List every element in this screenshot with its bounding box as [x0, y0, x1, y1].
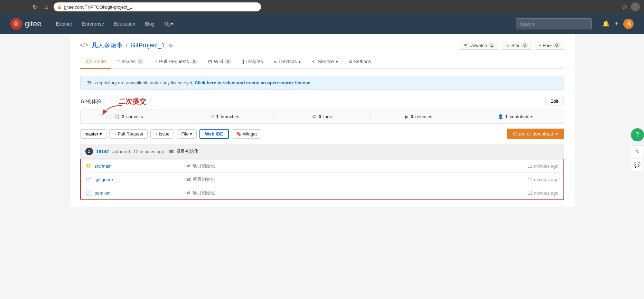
tags-stat[interactable]: 🏷 0 tags	[274, 113, 371, 120]
file-row: 📁 src/main init: 项目初始化 12 minutes ago	[81, 159, 563, 173]
branches-icon: ⑂	[211, 114, 214, 119]
commit-avatar: 1	[85, 148, 93, 155]
file-row: 📄 pom.xml init: 项目初始化 12 minutes ago	[81, 186, 563, 199]
code-tab-icon: </>	[86, 59, 93, 64]
tab-settings[interactable]: ≡ Settings	[344, 55, 377, 69]
file-name-2[interactable]: pom.xml	[95, 190, 185, 196]
nav-enterprise[interactable]: Enterprise	[78, 19, 108, 29]
issue-button[interactable]: + Issue	[150, 129, 174, 139]
pull-request-button[interactable]: + Pull Request	[109, 129, 148, 139]
file-name-1[interactable]: .gitignore	[95, 177, 185, 182]
tab-code[interactable]: </> Code	[80, 55, 112, 69]
browser-star-icon[interactable]: ☆	[622, 3, 627, 11]
float-edit-button[interactable]: ✎	[631, 146, 643, 158]
repo-settings-icon[interactable]: ⚙	[168, 42, 173, 49]
tab-insights[interactable]: ∥ Insights	[236, 55, 268, 69]
license-link[interactable]: Click here to select and create an open …	[195, 80, 310, 85]
repo-title: </> 凡人多烦事 / GitProject_1 ⚙	[80, 41, 173, 49]
search-input[interactable]	[516, 18, 592, 29]
nav-explore[interactable]: Explore	[52, 19, 76, 29]
repo-code-icon: </>	[80, 42, 88, 48]
star-label: Star	[511, 43, 520, 48]
header-nav: Explore Enterprise Education Blog My▾	[52, 19, 177, 29]
gitee-logo-text: gitee	[25, 19, 41, 28]
license-notice: This repository are unavailable under an…	[80, 76, 564, 90]
pr-badge: 0	[191, 59, 197, 64]
browser-bar: ← → ↻ ⌂ 🔒 gitee.com/TYPFOON/git-project_…	[0, 0, 644, 14]
help-button[interactable]: ?	[631, 128, 644, 141]
branch-dropdown-icon: ▾	[100, 131, 102, 137]
widget-label: Widget	[243, 131, 257, 137]
web-ide-button[interactable]: Web IDE	[199, 129, 229, 139]
tab-wiki[interactable]: ⊟ Wiki 0	[203, 55, 237, 69]
nav-education[interactable]: Education	[110, 19, 139, 29]
commit-annotation: 二次提交	[108, 97, 146, 106]
fork-button[interactable]: ⑂ Fork 0	[535, 41, 564, 50]
address-bar[interactable]: 🔒 gitee.com/TYPFOON/git-project_1	[54, 2, 261, 11]
file-commit-msg-2: init: 项目初始化	[185, 190, 528, 196]
clone-button[interactable]: Clone or download ▾	[507, 129, 564, 139]
header-icons: 🔔 + 凡	[602, 19, 634, 29]
commits-label: commits	[126, 114, 143, 119]
tab-devops[interactable]: ∞ DevOps ▾	[269, 55, 307, 69]
edit-button[interactable]: Edit	[545, 97, 563, 105]
gitee-logo[interactable]: G gitee	[10, 18, 41, 30]
refresh-button[interactable]: ↻	[30, 2, 39, 12]
license-text: This repository are unavailable under an…	[87, 80, 194, 85]
unwatch-count: 1	[488, 43, 496, 48]
star-button[interactable]: ☆ Star 0	[502, 41, 532, 50]
repo-name[interactable]: GitProject_1	[131, 42, 165, 49]
star-count: 0	[521, 43, 528, 48]
forward-button[interactable]: →	[17, 2, 27, 11]
file-icon-1: 📄	[86, 177, 92, 182]
eye-icon: 👁	[464, 43, 468, 48]
browser-user-avatar	[631, 2, 640, 11]
fork-count: 0	[553, 43, 560, 48]
unwatch-label: Unwatch	[469, 43, 487, 48]
nav-my[interactable]: My▾	[160, 19, 177, 29]
branches-stat[interactable]: ⑂ 1 branches	[177, 113, 274, 120]
contributors-stat[interactable]: 👤 1 contributors	[467, 113, 564, 120]
settings-tab-icon: ≡	[349, 59, 352, 64]
commit-author: authored	[112, 149, 130, 154]
bookmark-icon: 🔖	[236, 131, 242, 137]
file-name-0[interactable]: src/main	[95, 163, 185, 169]
gitee-logo-circle: G	[10, 18, 22, 30]
wiki-badge: 0	[225, 59, 231, 64]
tab-pull-requests[interactable]: ⑂ Pull Requests 0	[149, 55, 203, 69]
unwatch-button[interactable]: 👁 Unwatch 1	[460, 41, 499, 50]
url-text: gitee.com/TYPFOON/git-project_1	[64, 4, 132, 10]
file-dropdown-icon: ▾	[190, 131, 192, 137]
file-row: 📄 .gitignore init: 项目初始化 12 minutes ago	[81, 173, 563, 186]
file-label: File	[181, 131, 188, 137]
user-avatar[interactable]: 凡	[623, 19, 634, 29]
desc-left: Git初体验 二次提交	[81, 97, 147, 106]
widget-button[interactable]: 🔖 Widget	[232, 129, 261, 139]
home-button[interactable]: ⌂	[43, 2, 50, 11]
devops-dropdown-icon: ▾	[298, 59, 301, 64]
gitee-header: G gitee Explore Enterprise Education Blo…	[0, 14, 644, 34]
file-time-1: 12 minutes ago	[528, 177, 559, 182]
repo-owner-link[interactable]: 凡人多烦事	[92, 42, 123, 49]
issues-badge: 0	[137, 59, 143, 64]
float-chat-button[interactable]: 💬	[631, 159, 643, 171]
releases-stat[interactable]: ▶ 0 releases	[371, 113, 467, 120]
commit-hash[interactable]: 18147	[96, 149, 109, 154]
commit-message: init: 项目初始化	[168, 148, 198, 155]
devops-tab-icon: ∞	[274, 59, 278, 64]
tags-icon: 🏷	[312, 114, 317, 119]
tab-service[interactable]: ∿ Service ▾	[306, 55, 344, 69]
commits-stat[interactable]: 📋 2 commits	[81, 113, 177, 120]
issues-tab-icon: □	[117, 59, 120, 64]
contributors-label: contributors	[510, 114, 533, 119]
branch-button[interactable]: master ▾	[80, 129, 107, 139]
add-button[interactable]: +	[615, 20, 618, 28]
tab-issues[interactable]: □ Issues 0	[111, 55, 149, 69]
commit-time: 12 minutes ago	[133, 149, 164, 154]
file-button[interactable]: File ▾	[177, 129, 197, 139]
notifications-button[interactable]: 🔔	[602, 20, 610, 28]
back-button[interactable]: ←	[4, 2, 14, 11]
branch-label: master	[85, 131, 99, 137]
service-dropdown-icon: ▾	[336, 59, 338, 64]
nav-blog[interactable]: Blog	[141, 19, 159, 29]
